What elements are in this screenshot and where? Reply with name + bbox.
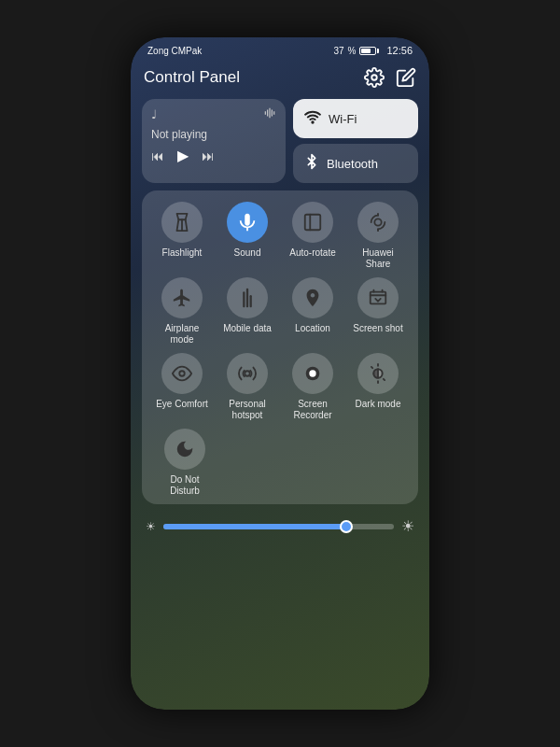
svg-point-10	[245, 371, 250, 376]
cp-header: Control Panel	[142, 63, 418, 92]
svg-point-9	[179, 371, 185, 376]
carrier-label: Zong CMPak	[147, 46, 202, 56]
wifi-label: Wi-Fi	[329, 112, 357, 126]
dnd-item[interactable]: Do Not Disturb	[157, 429, 213, 497]
mobile-data-label: Mobile data	[223, 323, 272, 334]
huawei-share-item[interactable]: Huawei Share	[350, 202, 406, 270]
dark-mode-label: Dark mode	[356, 399, 401, 410]
grid-row-3: Eye Comfort Personal hotspot	[149, 353, 411, 421]
airplane-label: Airplane mode	[154, 323, 210, 345]
brightness-thumb	[340, 520, 353, 533]
svg-point-1	[312, 121, 314, 123]
hotspot-item[interactable]: Personal hotspot	[219, 353, 275, 421]
sound-item[interactable]: Sound	[219, 202, 275, 270]
play-button[interactable]: ▶	[177, 147, 189, 164]
media-controls: ⏮ ▶ ⏭	[151, 147, 276, 164]
time-label: 12:56	[386, 45, 413, 56]
airplane-item[interactable]: Airplane mode	[154, 277, 210, 345]
flashlight-item[interactable]: Flashlight	[154, 202, 210, 270]
dnd-label: Do Not Disturb	[157, 474, 213, 497]
brightness-min-icon: ☀	[146, 520, 156, 533]
svg-line-17	[384, 379, 385, 380]
dark-mode-icon-circle	[357, 353, 399, 394]
screen-recorder-icon-circle	[292, 353, 333, 394]
eye-comfort-item[interactable]: Eye Comfort	[154, 353, 210, 421]
wifi-bt-stack: Wi-Fi Bluetooth	[293, 99, 418, 183]
edit-icon[interactable]	[396, 67, 416, 88]
screenshot-item[interactable]: Screen shot	[350, 277, 406, 345]
grid-card: Flashlight Sound Auto-rotate	[142, 190, 418, 504]
wifi-icon	[304, 108, 321, 129]
media-card: ♩ Not playing ⏮ ▶ ⏭	[142, 99, 286, 183]
next-button[interactable]: ⏭	[202, 148, 215, 163]
brightness-bar: ☀ ☀	[142, 514, 418, 539]
dnd-icon-circle	[164, 429, 205, 470]
media-top: ♩	[151, 106, 276, 122]
bluetooth-icon	[304, 153, 319, 174]
screen-recorder-label: Screen Recorder	[285, 399, 341, 421]
bluetooth-toggle[interactable]: Bluetooth	[293, 144, 418, 183]
huawei-share-label: Huawei Share	[350, 247, 406, 270]
wifi-toggle[interactable]: Wi-Fi	[293, 99, 418, 138]
grid-row-2: Airplane mode Mobile data Lo	[149, 277, 411, 345]
svg-point-12	[309, 370, 315, 376]
hotspot-label: Personal hotspot	[219, 399, 275, 421]
svg-rect-3	[305, 215, 321, 231]
flashlight-label: Flashlight	[162, 247, 203, 259]
location-item[interactable]: Location	[285, 277, 341, 345]
status-bar: Zong CMPak 37 % 12:56	[131, 37, 429, 60]
screenshot-icon-circle	[357, 277, 399, 318]
status-right: 37 % 12:56	[333, 45, 413, 56]
screen-recorder-item[interactable]: Screen Recorder	[285, 353, 341, 421]
battery-percent-sign: %	[348, 46, 357, 56]
grid-row-1: Flashlight Sound Auto-rotate	[149, 202, 411, 270]
control-panel: Control Panel	[131, 60, 429, 710]
battery-percent: 37	[333, 46, 343, 56]
hotspot-icon-circle	[227, 353, 268, 394]
brightness-max-icon: ☀	[401, 517, 414, 535]
dark-mode-item[interactable]: Dark mode	[350, 353, 406, 421]
location-label: Location	[295, 323, 330, 334]
bluetooth-label: Bluetooth	[327, 157, 378, 171]
battery-icon	[359, 47, 379, 55]
vibrate-icon	[263, 106, 276, 122]
brightness-track[interactable]	[163, 524, 394, 529]
auto-rotate-icon-circle	[292, 202, 333, 243]
location-icon-circle	[292, 277, 333, 318]
huawei-share-icon-circle	[357, 202, 399, 243]
screenshot-label: Screen shot	[353, 323, 402, 334]
brightness-fill	[163, 524, 348, 529]
music-icon: ♩	[151, 107, 157, 121]
sound-icon-circle	[227, 202, 268, 243]
svg-point-0	[371, 75, 377, 80]
phone-screen: Zong CMPak 37 % 12:56 Control Panel	[131, 37, 429, 710]
top-section: ♩ Not playing ⏮ ▶ ⏭	[142, 99, 418, 183]
auto-rotate-label: Auto-rotate	[289, 247, 335, 259]
auto-rotate-item[interactable]: Auto-rotate	[285, 202, 341, 270]
eye-comfort-icon-circle	[161, 353, 203, 394]
cp-header-icons	[364, 67, 416, 88]
prev-button[interactable]: ⏮	[151, 148, 164, 163]
eye-comfort-label: Eye Comfort	[156, 399, 208, 410]
mobile-data-item[interactable]: Mobile data	[219, 277, 275, 345]
not-playing-label: Not playing	[151, 128, 276, 141]
phone-frame: Zong CMPak 37 % 12:56 Control Panel	[131, 37, 429, 710]
flashlight-icon-circle	[161, 202, 203, 243]
grid-row-4: Do Not Disturb	[149, 429, 411, 497]
mobile-data-icon-circle	[227, 277, 268, 318]
settings-icon[interactable]	[364, 67, 385, 88]
sound-label: Sound	[234, 247, 261, 259]
airplane-icon-circle	[161, 277, 203, 318]
svg-line-16	[371, 367, 372, 368]
cp-title: Control Panel	[144, 68, 240, 87]
svg-point-4	[374, 218, 381, 225]
